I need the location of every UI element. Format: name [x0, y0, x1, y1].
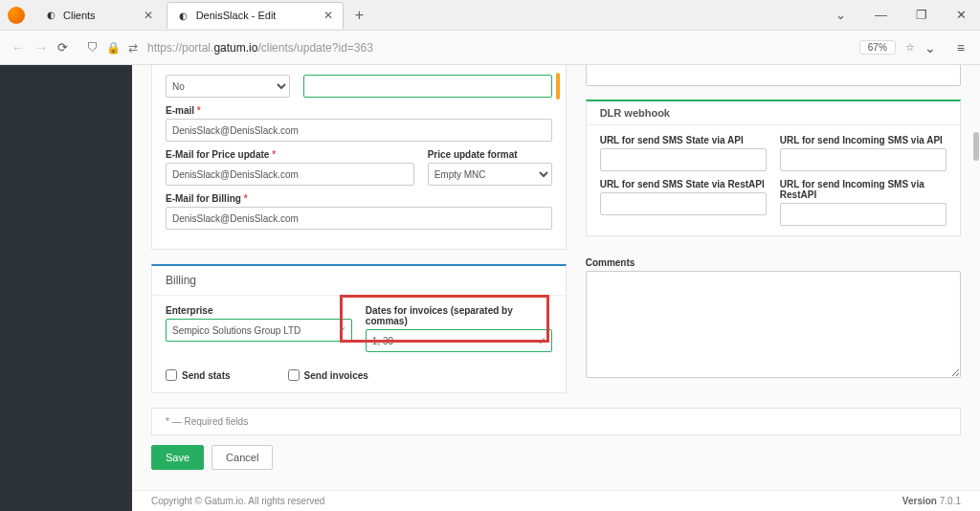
top-right-box[interactable]	[586, 65, 961, 86]
comments-field[interactable]	[586, 271, 961, 378]
required-note: * — Required fields	[151, 408, 961, 435]
enterprise-label: Enterprise	[166, 305, 352, 316]
favicon-icon: ◐	[177, 9, 190, 22]
webhook-rest-state-field[interactable]	[600, 192, 767, 215]
copyright: Copyright © Gatum.io. All rights reserve…	[151, 496, 324, 506]
billing-title: Billing	[152, 266, 566, 296]
check-icon: ✓	[538, 335, 546, 347]
save-button[interactable]: Save	[151, 445, 204, 470]
email-label: E-mail *	[166, 105, 552, 116]
tab-clients[interactable]: ◐ Clients ✕	[34, 2, 163, 29]
browser-tabstrip: ◐ Clients ✕ ◐ DenisSlack - Edit ✕ + ⌄ — …	[0, 0, 980, 31]
dates-field[interactable]	[366, 329, 552, 352]
shield-icon: ⛉	[87, 41, 99, 55]
url-bar[interactable]: ⛉ 🔒 ⇄ https://portal.gatum.io/clients/up…	[87, 41, 840, 55]
webhook-title: DLR webhook	[587, 101, 960, 125]
price-email-field[interactable]	[166, 163, 414, 186]
pocket-icon[interactable]: ⌄	[924, 40, 936, 56]
window-close-icon[interactable]: ✕	[956, 8, 967, 22]
favicon-icon: ◐	[44, 9, 57, 22]
page-scrollbar[interactable]	[972, 65, 980, 511]
lock-icon: 🔒	[106, 41, 121, 55]
email-field[interactable]	[166, 119, 552, 142]
webhook-api-state-field[interactable]	[600, 148, 767, 171]
permissions-icon: ⇄	[128, 41, 138, 55]
restore-icon[interactable]: ❐	[916, 8, 927, 22]
price-format-label: Price update format	[428, 149, 552, 160]
tab-edit[interactable]: ◐ DenisSlack - Edit ✕	[167, 2, 345, 29]
close-icon[interactable]: ✕	[323, 9, 333, 22]
check-icon: ✓	[338, 324, 346, 337]
price-format-select[interactable]: Empty MNC	[428, 163, 552, 186]
enterprise-field[interactable]	[166, 319, 352, 342]
dates-label: Dates for invoices (separated by commas)	[366, 305, 552, 326]
webhook-rest-incoming-field[interactable]	[780, 203, 947, 226]
send-invoices-checkbox[interactable]: Send invoices	[288, 369, 368, 381]
webhook-api-incoming-label: URL for send Incoming SMS via API	[780, 135, 947, 145]
app-sidebar	[0, 65, 132, 511]
forward-icon[interactable]: →	[34, 40, 48, 56]
webhook-api-incoming-field[interactable]	[780, 148, 947, 171]
send-stats-checkbox[interactable]: Send stats	[166, 369, 231, 381]
new-tab-button[interactable]: +	[347, 7, 370, 24]
content-area: No E-mail *	[132, 65, 980, 511]
webhook-api-state-label: URL for send SMS State via API	[600, 135, 767, 145]
comments-label: Comments	[586, 257, 961, 268]
back-icon[interactable]: ←	[11, 40, 25, 56]
browser-toolbar: ← → ⟳ ⛉ 🔒 ⇄ https://portal.gatum.io/clie…	[0, 31, 980, 65]
top-valid-box[interactable]	[303, 75, 552, 98]
bookmark-star-icon[interactable]: ☆	[905, 41, 915, 54]
minimize-icon[interactable]: —	[875, 8, 887, 22]
zoom-level[interactable]: 67%	[859, 40, 896, 55]
close-icon[interactable]: ✕	[144, 9, 153, 22]
top-select-no[interactable]: No	[166, 75, 290, 98]
chevron-down-icon[interactable]: ⌄	[835, 8, 846, 22]
tab-label: Clients	[63, 10, 96, 21]
url-text: https://portal.gatum.io/clients/update?i…	[147, 41, 373, 55]
firefox-icon	[8, 7, 25, 24]
tab-label: DenisSlack - Edit	[196, 10, 277, 21]
billing-email-label: E-Mail for Billing *	[166, 193, 552, 204]
menu-icon[interactable]: ≡	[957, 40, 965, 56]
app-footer: Copyright © Gatum.io. All rights reserve…	[132, 490, 980, 511]
price-email-label: E-Mail for Price update *	[166, 149, 414, 160]
webhook-rest-incoming-label: URL for send Incoming SMS via RestAPI	[780, 179, 947, 200]
reload-icon[interactable]: ⟳	[57, 40, 68, 55]
billing-email-field[interactable]	[166, 207, 552, 230]
cancel-button[interactable]: Cancel	[212, 445, 273, 470]
resize-handle-icon[interactable]	[556, 73, 560, 100]
webhook-rest-state-label: URL for send SMS State via RestAPI	[600, 179, 767, 189]
